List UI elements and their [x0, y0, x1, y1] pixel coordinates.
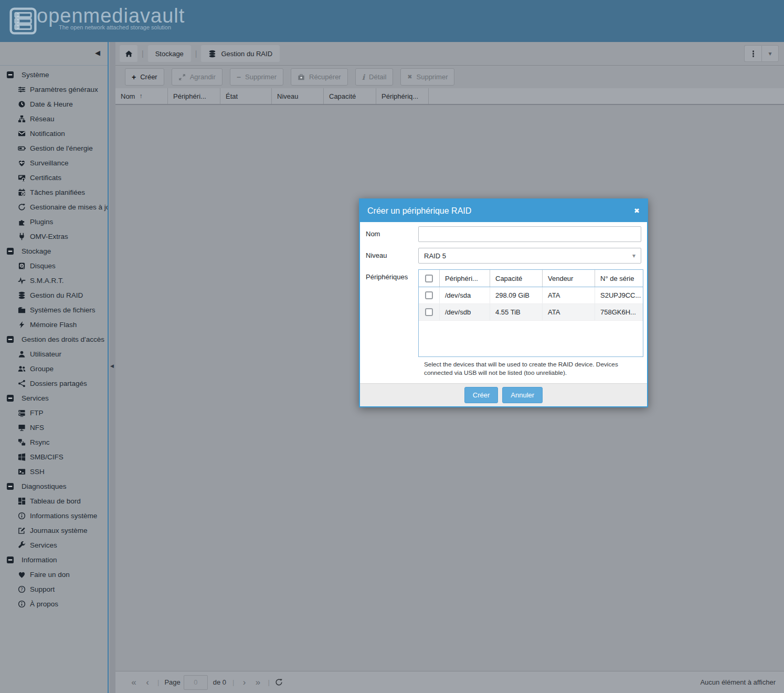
sidebar-item-services[interactable]: Services — [0, 538, 108, 552]
column-header-peripheri[interactable]: Périphéri... — [168, 88, 220, 104]
toolbar-button-label: Créer — [140, 73, 157, 81]
first-page-icon[interactable]: « — [127, 677, 141, 688]
dialog-titlebar[interactable]: Créer un périphérique RAID ✖ — [360, 200, 647, 222]
sidebar-item-gestionaire-de-mises-a-jour[interactable]: Gestionaire de mises à jour — [0, 200, 108, 214]
sidebar-item-label: Utilisateur — [30, 350, 61, 358]
sidebar-item-groupe[interactable]: Groupe — [0, 361, 108, 376]
sidebar-item-ssh[interactable]: SSH — [0, 464, 108, 479]
sidebar-item-label: Notification — [30, 130, 65, 138]
device-row-dev-sda[interactable]: /dev/sda298.09 GiBATAS2UPJ9CC... — [419, 287, 643, 304]
column-header-peripheriq[interactable]: Périphériq... — [376, 88, 429, 104]
heart-icon — [18, 571, 26, 579]
sidebar-item-reseau[interactable]: Réseau — [0, 111, 108, 126]
column-header-nom[interactable]: Nom↑ — [115, 88, 168, 104]
sidebar-item-utilisateur[interactable]: Utilisateur — [0, 346, 108, 361]
toolbar-button-label: Agrandir — [190, 73, 216, 81]
device-row-dev-sdb[interactable]: /dev/sdb4.55 TiBATA758GK6H... — [419, 304, 643, 321]
column-header-etat[interactable]: État — [220, 88, 272, 104]
breadcrumb-item-label: Gestion du RAID — [221, 50, 272, 58]
detail-button[interactable]: iDétail — [355, 68, 394, 86]
sidebar-item-journaux-systeme[interactable]: Journaux système — [0, 523, 108, 538]
device-column-n-de-serie[interactable]: N° de série — [595, 270, 643, 287]
sidebar-item-nfs[interactable]: NFS — [0, 420, 108, 435]
sidebar-section-information[interactable]: Information — [0, 552, 108, 567]
next-page-icon[interactable]: › — [237, 677, 251, 688]
sidebar-item-rsync[interactable]: Rsync — [0, 435, 108, 449]
sidebar-collapse-icon[interactable]: ◀ — [95, 49, 100, 57]
sidebar-item-label: Disques — [30, 262, 56, 270]
dropdown-menu-button[interactable]: ▾ — [761, 45, 779, 62]
caret-down-icon: ▾ — [768, 50, 771, 57]
sidebar-item-date-heure[interactable]: Date & Heure — [0, 97, 108, 111]
sidebar-item-ftp[interactable]: FTP — [0, 405, 108, 420]
device-column-vendeur[interactable]: Vendeur — [543, 270, 595, 287]
sidebar-item-a-propos[interactable]: À propos — [0, 596, 108, 611]
breadcrumb-item-stockage[interactable]: Stockage — [148, 45, 191, 62]
sidebar-item-notification[interactable]: Notification — [0, 126, 108, 141]
sidebar-item-informations-systeme[interactable]: Informations système — [0, 508, 108, 523]
sidebar-item-gestion-du-raid[interactable]: Gestion du RAID — [0, 288, 108, 302]
page-input[interactable] — [184, 675, 208, 690]
device-column-peripheri[interactable]: Périphéri... — [440, 270, 490, 287]
level-select[interactable]: RAID 5 ▾ — [418, 248, 641, 264]
sidebar-section-services[interactable]: Services — [0, 391, 108, 405]
sidebar-section-stockage[interactable]: Stockage — [0, 244, 108, 258]
toolbar-button-label: Récupérer — [309, 73, 341, 81]
column-header-niveau[interactable]: Niveau — [272, 88, 324, 104]
breadcrumb-item-gestion-du-raid[interactable]: Gestion du RAID — [201, 45, 280, 62]
creer-button[interactable]: Créer — [464, 387, 499, 403]
supprimer-button-2[interactable]: ✖Supprimer — [400, 68, 454, 86]
sidebar-item-certificats[interactable]: Certificats — [0, 170, 108, 185]
toolbar-button-label: Détail — [369, 73, 386, 81]
sidebar-item-support[interactable]: Support — [0, 582, 108, 596]
breadcrumb: |Stockage|Gestion du RAID ▾ — [115, 42, 784, 66]
creer-button[interactable]: +Créer — [125, 68, 164, 86]
sidebar-section-systeme[interactable]: Système — [0, 67, 108, 82]
sidebar-item-label: Plugins — [30, 218, 53, 226]
db-icon — [208, 50, 216, 58]
column-header-capacite[interactable]: Capacité — [324, 88, 376, 104]
device-column-capacite[interactable]: Capacité — [490, 270, 543, 287]
prev-page-icon[interactable]: ‹ — [141, 677, 154, 688]
close-icon[interactable]: ✖ — [634, 207, 640, 215]
sidebar-item-parametres-generaux[interactable]: Paramètres généraux — [0, 82, 108, 97]
sidebar-item-systemes-de-fichiers[interactable]: Systèmes de fichiers — [0, 302, 108, 317]
sidebar-item-tableau-de-bord[interactable]: Tableau de bord — [0, 494, 108, 508]
sidebar-item-gestion-de-l-energie[interactable]: Gestion de l'énergie — [0, 141, 108, 155]
sidebar-item-s-m-a-r-t[interactable]: S.M.A.R.T. — [0, 273, 108, 288]
sidebar-item-memoire-flash[interactable]: Mémoire Flash — [0, 317, 108, 332]
device-checkbox-cell — [419, 287, 440, 303]
splitter-collapse-icon[interactable]: ◀ — [110, 363, 114, 369]
sidebar-item-label: Gestion du RAID — [30, 291, 83, 299]
sidebar-item-disques[interactable]: Disques — [0, 258, 108, 273]
device-cell: 758GK6H... — [595, 304, 643, 320]
page-label: Page — [164, 678, 180, 686]
sidebar-item-smb-cifs[interactable]: SMB/CIFS — [0, 449, 108, 464]
name-field[interactable] — [418, 226, 641, 242]
sidebar-item-surveillance[interactable]: Surveillance — [0, 155, 108, 170]
select-all-checkbox[interactable] — [425, 275, 433, 282]
home-button[interactable] — [120, 45, 137, 62]
refresh-icon[interactable] — [275, 678, 283, 686]
sidebar-section-diagnostiques[interactable]: Diagnostiques — [0, 479, 108, 494]
device-checkbox[interactable] — [425, 308, 433, 316]
sidebar-item-omv-extras[interactable]: OMV-Extras — [0, 229, 108, 244]
sidebar-item-label: Mémoire Flash — [30, 321, 77, 329]
last-page-icon[interactable]: » — [251, 677, 264, 688]
sidebar-item-taches-planifiees[interactable]: Tâches planifiées — [0, 185, 108, 200]
minus-sq-icon — [6, 482, 14, 490]
recuperer-button[interactable]: Récupérer — [291, 68, 348, 86]
overflow-menu-button[interactable] — [744, 45, 761, 62]
sidebar-item-plugins[interactable]: Plugins — [0, 214, 108, 229]
sidebar-item-label: Réseau — [30, 115, 55, 123]
supprimer-button[interactable]: −Supprimer — [230, 68, 283, 86]
device-checkbox[interactable] — [425, 291, 433, 299]
sidebar-item-faire-un-don[interactable]: Faire un don — [0, 567, 108, 582]
sidebar-splitter[interactable]: ◀ — [110, 42, 115, 693]
devices-label: Périphériques — [366, 269, 418, 357]
annuler-button[interactable]: Annuler — [502, 387, 543, 403]
sidebar-item-dossiers-partages[interactable]: Dossiers partagés — [0, 376, 108, 391]
agrandir-button[interactable]: Agrandir — [172, 68, 223, 86]
device-cell: /dev/sda — [440, 287, 490, 303]
sidebar-section-gestion-des-droits-d-acces[interactable]: Gestion des droits d'accès — [0, 332, 108, 346]
